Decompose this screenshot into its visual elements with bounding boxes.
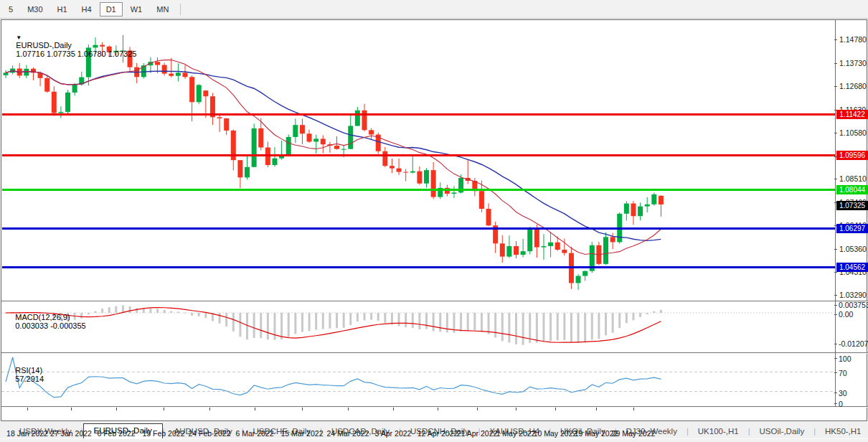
price-tick-label: 1.08510 bbox=[839, 174, 867, 183]
level-price-label-resistance-1: 1.11422 bbox=[836, 110, 868, 119]
macd-axis-label: 0.00 bbox=[839, 310, 853, 319]
current-price-label: 1.07325 bbox=[836, 201, 868, 210]
toolbar-separator bbox=[180, 4, 181, 15]
chart-title: ▼ EURUSD-,Daily 1.07716 1.07735 1.06780 … bbox=[7, 24, 136, 67]
chart-title-ohlc: 1.07716 1.07735 1.06780 1.07325 bbox=[16, 50, 136, 58]
price-tick-mark bbox=[834, 272, 837, 273]
macd-values: 0.003033 -0.000355 bbox=[15, 321, 85, 330]
date-tick bbox=[555, 408, 556, 410]
period-button-m30[interactable]: M30 bbox=[21, 2, 49, 17]
date-tick bbox=[302, 408, 303, 410]
date-tick bbox=[477, 408, 478, 410]
date-label: 12 Apr 2022 bbox=[418, 429, 458, 438]
rsi-axis-label: 100 bbox=[839, 354, 852, 363]
rsi-tick-mark bbox=[834, 372, 837, 373]
date-label: 18 Jan 2022 bbox=[6, 429, 48, 438]
price-tick-mark bbox=[834, 249, 837, 250]
date-tick bbox=[255, 408, 255, 410]
price-tick-label: 1.14780 bbox=[839, 35, 867, 44]
level-line-resistance-1[interactable] bbox=[2, 113, 835, 116]
rsi-dateaxis-splitter bbox=[1, 406, 868, 408]
price-tick-label: 1.13730 bbox=[839, 59, 867, 67]
date-label: 3 Apr 2022 bbox=[375, 429, 412, 438]
date-tick bbox=[393, 408, 394, 410]
date-label: 29 May 2022 bbox=[612, 429, 656, 438]
price-tick-label: 1.12680 bbox=[839, 82, 867, 90]
level-line-breakout-level[interactable] bbox=[2, 189, 835, 191]
macd-tick-mark bbox=[834, 344, 837, 344]
date-label: 24 Mar 2022 bbox=[327, 429, 369, 438]
date-tick bbox=[438, 408, 438, 410]
rsi-panel[interactable] bbox=[2, 354, 835, 406]
level-line-support-1[interactable] bbox=[2, 227, 835, 230]
macd-axis-label: 0.003753 bbox=[839, 301, 868, 309]
date-label: 27 Jan 2022 bbox=[50, 429, 92, 438]
date-label: 6 Feb 2022 bbox=[97, 429, 135, 438]
level-line-resistance-2[interactable] bbox=[2, 154, 835, 156]
rsi-label: RSI(14) bbox=[15, 366, 42, 375]
price-tick-mark bbox=[834, 63, 837, 64]
period-toolbar: 5M30H1H4D1W1MN bbox=[0, 0, 868, 19]
rsi-axis-label: 70 bbox=[839, 369, 847, 377]
chart-title-symbol: EURUSD-,Daily bbox=[16, 41, 72, 50]
rsi-tick-mark bbox=[834, 358, 837, 359]
period-button-d1[interactable]: D1 bbox=[100, 2, 123, 17]
macd-label: MACD(12,26,9) bbox=[15, 313, 70, 321]
price-tick-label: 1.10580 bbox=[839, 128, 867, 137]
level-price-label-support-1: 1.06297 bbox=[836, 224, 868, 233]
price-tick-mark bbox=[834, 86, 837, 87]
date-label: 10 May 2022 bbox=[534, 429, 577, 438]
rsi-value: 57.2914 bbox=[15, 375, 44, 383]
tab-uk100-h1[interactable]: UK100-,H1 bbox=[689, 425, 748, 438]
date-tick bbox=[348, 408, 349, 410]
level-price-label-support-2: 1.04562 bbox=[836, 263, 868, 272]
rsi-tick-mark bbox=[834, 403, 837, 404]
tab-hk50-h1[interactable]: HK50-,H1 bbox=[816, 425, 868, 438]
period-button-5[interactable]: 5 bbox=[2, 2, 19, 17]
date-label: 15 Mar 2022 bbox=[281, 429, 324, 438]
date-tick bbox=[164, 408, 164, 410]
price-tick-label: 1.05360 bbox=[839, 245, 867, 253]
date-label: 15 Feb 2022 bbox=[143, 429, 185, 438]
rsi-axis-label: 0 bbox=[839, 400, 843, 408]
price-tick-mark bbox=[834, 179, 837, 179]
rsi-title: RSI(14) 57.2914 bbox=[6, 357, 44, 392]
price-tick-label: 1.03290 bbox=[839, 291, 867, 299]
price-tick-mark bbox=[834, 133, 837, 133]
date-label: 21 Apr 2022 bbox=[457, 429, 498, 438]
date-tick bbox=[516, 408, 516, 410]
date-tick bbox=[27, 408, 28, 410]
date-label: 1 May 2022 bbox=[496, 429, 536, 438]
period-button-h4[interactable]: H4 bbox=[75, 2, 98, 17]
date-label: 6 Mar 2022 bbox=[235, 429, 273, 438]
macd-title: MACD(12,26,9) 0.003033 -0.000355 bbox=[6, 304, 86, 339]
date-tick bbox=[633, 408, 634, 410]
macd-tick-mark bbox=[834, 314, 837, 315]
price-tick-mark bbox=[834, 39, 837, 40]
tab-usoil-daily[interactable]: USOil-,Daily bbox=[750, 425, 814, 438]
date-tick bbox=[116, 408, 117, 410]
period-button-w1[interactable]: W1 bbox=[124, 2, 149, 17]
date-tick bbox=[209, 408, 210, 410]
period-button-h1[interactable]: H1 bbox=[51, 2, 74, 17]
level-price-label-resistance-2: 1.09596 bbox=[836, 151, 868, 160]
rsi-axis-label: 30 bbox=[839, 389, 847, 398]
date-tick bbox=[596, 408, 597, 410]
date-tick bbox=[71, 408, 72, 410]
level-line-support-2[interactable] bbox=[2, 266, 835, 268]
symbol-dropdown-icon[interactable]: ▼ bbox=[16, 34, 22, 41]
date-label: 24 Feb 2022 bbox=[189, 429, 231, 438]
macd-panel[interactable] bbox=[2, 302, 835, 352]
price-axis-divider bbox=[835, 20, 836, 407]
level-price-label-breakout-level: 1.08044 bbox=[836, 185, 868, 194]
status-strip bbox=[0, 438, 868, 442]
macd-axis-label: -0.012075 bbox=[839, 339, 868, 348]
macd-tick-mark bbox=[834, 305, 837, 306]
period-button-mn[interactable]: MN bbox=[150, 2, 175, 17]
chart-window: ▼ EURUSD-,Daily 1.07716 1.07735 1.06780 … bbox=[1, 19, 867, 421]
rsi-tick-mark bbox=[834, 392, 837, 393]
price-tick-mark bbox=[834, 295, 837, 296]
